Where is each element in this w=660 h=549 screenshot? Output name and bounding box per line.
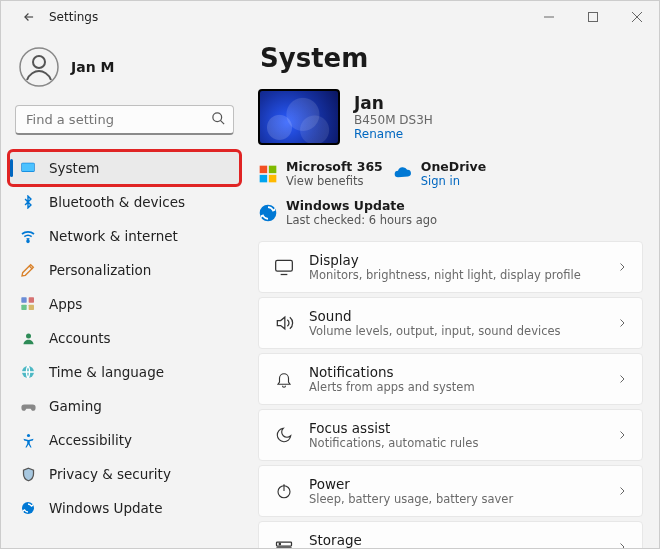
accessibility-icon [19,431,37,449]
gamepad-icon [19,397,37,415]
promo-row: Microsoft 365 View benefits OneDrive Sig… [258,159,643,227]
sound-icon [273,313,295,333]
promo-update-title: Windows Update [286,198,437,213]
svg-rect-11 [21,297,26,302]
system-icon [19,159,37,177]
svg-rect-24 [276,260,293,271]
promo-onedrive-sub[interactable]: Sign in [421,174,486,188]
promo-m365-title: Microsoft 365 [286,159,383,174]
sidebar-item-label: Network & internet [49,228,178,244]
search-input[interactable] [15,105,234,135]
shield-icon [19,465,37,483]
chevron-right-icon [616,258,628,277]
title-bar: Settings [1,1,659,33]
wifi-icon [19,227,37,245]
tile-sub: Volume levels, output, input, sound devi… [309,324,602,338]
svg-rect-14 [29,305,34,310]
window-title: Settings [49,10,98,24]
svg-point-15 [26,333,31,338]
device-thumbnail[interactable] [258,89,340,145]
sidebar-item-accounts[interactable]: Accounts [9,321,240,355]
back-button[interactable] [17,5,41,29]
update-icon [19,499,37,517]
tile-title: Power [309,476,602,492]
chevron-right-icon [616,314,628,333]
svg-rect-13 [21,305,26,310]
promo-update[interactable]: Windows Update Last checked: 6 hours ago [258,198,437,227]
sidebar-item-accessibility[interactable]: Accessibility [9,423,240,457]
chevron-right-icon [616,370,628,389]
device-model: B450M DS3H [354,113,433,127]
promo-m365[interactable]: Microsoft 365 View benefits [258,159,383,188]
sidebar-item-apps[interactable]: Apps [9,287,240,321]
svg-line-7 [220,120,224,124]
chevron-right-icon [616,482,628,501]
avatar [19,47,59,87]
bell-icon [273,370,295,388]
windows-update-icon [258,203,278,223]
promo-update-sub: Last checked: 6 hours ago [286,213,437,227]
tile-title: Focus assist [309,420,602,436]
onedrive-icon [393,164,413,184]
account-block[interactable]: Jan M [9,33,240,105]
tile-sound[interactable]: SoundVolume levels, output, input, sound… [258,297,643,349]
tile-sub: Monitors, brightness, night light, displ… [309,268,602,282]
svg-rect-12 [29,297,34,302]
promo-m365-sub: View benefits [286,174,383,188]
globe-icon [19,363,37,381]
sidebar-item-gaming[interactable]: Gaming [9,389,240,423]
close-button[interactable] [615,1,659,33]
bluetooth-icon [19,193,37,211]
tile-sub: Notifications, automatic rules [309,436,602,450]
sidebar: Jan M System Bluetooth & devices [1,33,244,548]
svg-rect-21 [260,174,268,182]
svg-rect-9 [22,163,34,171]
sidebar-item-label: Accounts [49,330,111,346]
search-icon [211,111,226,130]
minimize-button[interactable] [527,1,571,33]
tile-notifications[interactable]: NotificationsAlerts from apps and system [258,353,643,405]
settings-tile-list: DisplayMonitors, brightness, night light… [258,241,643,548]
sidebar-item-time-language[interactable]: Time & language [9,355,240,389]
tile-display[interactable]: DisplayMonitors, brightness, night light… [258,241,643,293]
svg-point-10 [27,240,29,242]
sidebar-item-label: Personalization [49,262,151,278]
sidebar-item-label: Time & language [49,364,164,380]
tile-sub: Sleep, battery usage, battery saver [309,492,602,506]
sidebar-item-windows-update[interactable]: Windows Update [9,491,240,525]
storage-icon [273,537,295,548]
account-name: Jan M [71,59,114,75]
apps-icon [19,295,37,313]
promo-onedrive[interactable]: OneDrive Sign in [393,159,486,188]
maximize-button[interactable] [571,1,615,33]
power-icon [273,482,295,500]
tile-power[interactable]: PowerSleep, battery usage, battery saver [258,465,643,517]
microsoft-365-icon [258,164,278,184]
svg-rect-1 [589,13,598,22]
tile-storage[interactable]: StorageStorage space, drives, configurat… [258,521,643,548]
tile-sub: Alerts from apps and system [309,380,602,394]
rename-link[interactable]: Rename [354,127,433,141]
svg-rect-19 [260,165,268,173]
sidebar-item-personalization[interactable]: Personalization [9,253,240,287]
svg-rect-22 [269,174,277,182]
svg-point-5 [33,56,45,68]
svg-rect-20 [269,165,277,173]
person-icon [19,329,37,347]
sidebar-item-label: Accessibility [49,432,132,448]
sidebar-item-label: Bluetooth & devices [49,194,185,210]
sidebar-item-system[interactable]: System [9,151,240,185]
sidebar-item-label: Privacy & security [49,466,171,482]
search-box [15,105,234,135]
tile-title: Sound [309,308,602,324]
sidebar-item-network[interactable]: Network & internet [9,219,240,253]
svg-point-30 [279,543,280,544]
sidebar-item-label: Windows Update [49,500,162,516]
promo-onedrive-title: OneDrive [421,159,486,174]
svg-point-17 [26,433,29,436]
tile-title: Storage [309,532,602,548]
sidebar-item-bluetooth[interactable]: Bluetooth & devices [9,185,240,219]
chevron-right-icon [616,426,628,445]
tile-focus-assist[interactable]: Focus assistNotifications, automatic rul… [258,409,643,461]
sidebar-item-privacy[interactable]: Privacy & security [9,457,240,491]
